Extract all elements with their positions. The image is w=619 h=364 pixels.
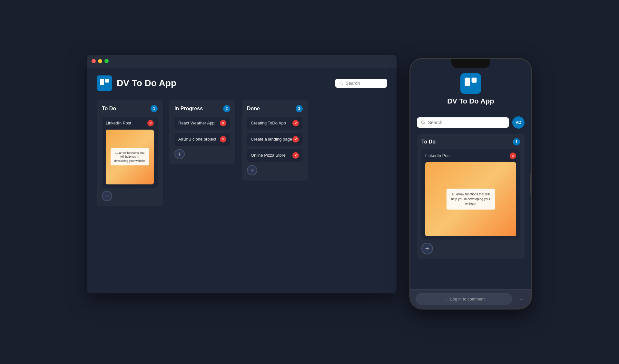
mac-titlebar: [87, 55, 397, 68]
card-airbnb-delete[interactable]: [220, 136, 226, 143]
card-linkedin-image: 10 arrow functions that will help you in…: [106, 130, 154, 184]
card-landing: Create a landing page: [247, 133, 303, 146]
column-todo-badge: 1: [151, 105, 158, 112]
mac-fullscreen-btn[interactable]: [104, 59, 109, 63]
column-todo-header: To Do 1: [102, 105, 158, 112]
search-input[interactable]: [346, 81, 383, 86]
phone-right-border: [530, 174, 531, 193]
more-options-icon[interactable]: ···: [516, 294, 526, 304]
card-creating-todo-text: Creating ToDo App: [251, 121, 286, 125]
card-pizza: Online Pizza Store: [247, 149, 303, 162]
card-react-text: React Weather App: [178, 121, 215, 125]
phone-column-todo-header: To Do 1: [421, 138, 520, 145]
card-react-delete[interactable]: [220, 120, 226, 126]
phone-todo-add-button[interactable]: [421, 243, 433, 254]
column-inprogress-badge: 2: [223, 105, 230, 112]
mac-window: DV To Do App To Do 1: [87, 55, 397, 293]
mac-close-btn[interactable]: [92, 59, 96, 63]
phone-container: DV To Do App VD: [409, 58, 532, 310]
mac-minimize-btn[interactable]: [98, 59, 102, 63]
phone-search-icon: [421, 120, 426, 125]
phone-bottom-bar: → Log in to comment ···: [410, 289, 531, 309]
svg-point-2: [340, 82, 342, 84]
column-inprogress-title: In Progress: [174, 106, 203, 112]
phone-notch: [451, 59, 490, 68]
mac-content: DV To Do App To Do 1: [87, 68, 397, 293]
column-inprogress: In Progress 2 React Weather App AirBnB c…: [169, 100, 235, 164]
svg-point-6: [421, 121, 424, 124]
column-done: Done 3 Creating ToDo App Create a landin…: [242, 100, 308, 181]
card-linkedin-delete[interactable]: [147, 120, 154, 126]
inprogress-add-button[interactable]: [174, 149, 185, 159]
phone-column-todo-badge: 1: [513, 138, 520, 145]
app-logo-title: DV To Do App: [97, 75, 176, 91]
login-arrow-icon: →: [443, 296, 448, 301]
column-done-header: Done 3: [247, 105, 303, 112]
login-comment-text: Log in to comment: [450, 297, 485, 301]
done-add-button[interactable]: [247, 165, 257, 175]
app-title: DV To Do App: [117, 78, 176, 88]
phone-card-linkedin-image: 10 arrow functions that will help you in…: [425, 162, 516, 236]
scene: DV To Do App To Do 1: [87, 55, 532, 310]
phone-column-todo: To Do 1 LinkedIn Post 10 arrow functions…: [417, 134, 525, 259]
card-linkedin-text: LinkedIn Post: [106, 121, 131, 125]
card-pizza-text: Online Pizza Store: [251, 153, 286, 158]
phone-card-linkedin-image-text: 10 arrow functions that will help you in…: [447, 189, 495, 210]
svg-rect-0: [100, 79, 104, 85]
card-landing-delete[interactable]: [292, 136, 299, 143]
svg-line-7: [424, 123, 425, 124]
phone-card-linkedin-header: LinkedIn Post: [425, 152, 516, 159]
user-avatar[interactable]: VD: [512, 116, 525, 129]
column-done-title: Done: [247, 106, 260, 112]
card-creating-todo: Creating ToDo App: [247, 117, 303, 130]
phone-screen: DV To Do App VD: [410, 59, 531, 309]
card-creating-todo-delete[interactable]: [292, 120, 299, 126]
trello-logo-icon: [97, 75, 112, 91]
phone-app-header: DV To Do App: [417, 73, 525, 110]
phone-card-linkedin-text: LinkedIn Post: [425, 153, 451, 158]
card-linkedin-image-text: 10 arrow functions that will help you in…: [111, 148, 149, 166]
phone-frame: DV To Do App VD: [409, 58, 532, 310]
card-linkedin-header: LinkedIn Post: [106, 120, 154, 126]
svg-rect-5: [472, 77, 477, 83]
desktop-search-bar[interactable]: [335, 79, 387, 88]
card-airbnb: AirBnB clone project: [174, 133, 230, 146]
card-airbnb-text: AirBnB clone project: [178, 137, 216, 142]
phone-column-todo-title: To Do: [421, 139, 436, 145]
card-landing-text: Create a landing page: [251, 137, 292, 142]
column-todo-title: To Do: [102, 106, 116, 112]
card-linkedin: LinkedIn Post 10 arrow functions that wi…: [102, 117, 158, 188]
column-inprogress-header: In Progress 2: [174, 105, 230, 112]
phone-inner: DV To Do App VD: [410, 59, 531, 265]
phone-app-title: DV To Do App: [447, 97, 494, 105]
search-icon: [339, 81, 343, 85]
todo-add-button[interactable]: [102, 191, 112, 201]
phone-search-row: VD: [417, 116, 525, 129]
login-comment-button[interactable]: → Log in to comment: [416, 293, 512, 305]
card-pizza-delete[interactable]: [292, 152, 299, 159]
phone-search-input[interactable]: [428, 120, 505, 125]
phone-card-linkedin: LinkedIn Post 10 arrow functions that wi…: [421, 149, 520, 240]
svg-rect-4: [465, 77, 470, 86]
column-done-badge: 3: [296, 105, 303, 112]
kanban-board: To Do 1 LinkedIn Post 10 arrow functions…: [97, 100, 387, 206]
svg-line-3: [342, 84, 343, 85]
app-header: DV To Do App: [97, 75, 387, 91]
card-react: React Weather App: [174, 117, 230, 130]
phone-trello-logo-icon: [460, 73, 481, 94]
phone-search-bar[interactable]: [417, 117, 509, 128]
column-todo: To Do 1 LinkedIn Post 10 arrow functions…: [97, 100, 163, 206]
phone-card-linkedin-delete[interactable]: [510, 152, 516, 159]
svg-rect-1: [105, 79, 109, 83]
